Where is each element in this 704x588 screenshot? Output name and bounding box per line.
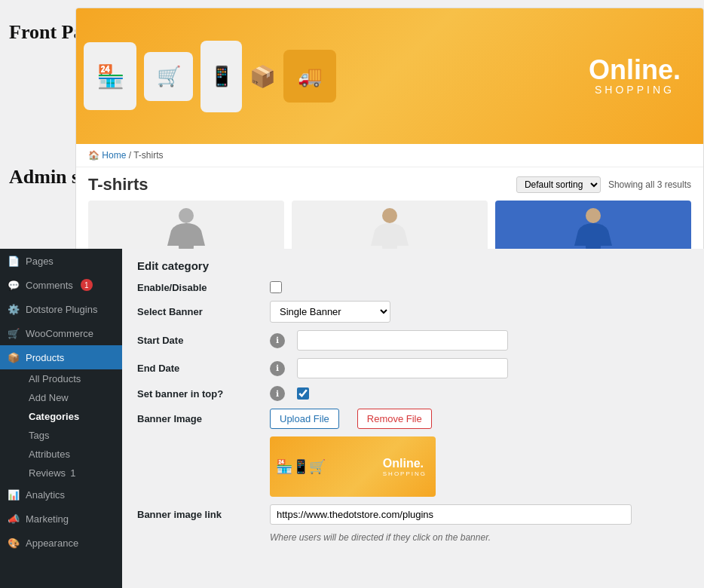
banner-top-label: Set banner in top? — [137, 388, 258, 400]
sidebar-item-woocommerce[interactable]: 🛒 WooCommerce — [0, 321, 122, 345]
delivery-truck-icon: 🚚 — [283, 50, 336, 103]
dotstore-icon: ⚙️ — [8, 303, 20, 315]
sidebar-item-products[interactable]: 📦 Products — [0, 345, 122, 369]
edit-category-title: Edit category — [137, 256, 689, 272]
woocommerce-icon: 🛒 — [8, 327, 20, 339]
banner-image-label: Banner Image — [137, 413, 258, 424]
sidebar-label-pages: Pages — [26, 256, 54, 267]
svg-point-2 — [586, 208, 601, 223]
svg-point-1 — [382, 208, 397, 223]
results-text: Showing all 3 results — [608, 179, 691, 190]
select-banner-label: Select Banner — [137, 306, 258, 317]
banner-shopping-text: SHOPPING — [589, 84, 681, 96]
end-date-row: End Date ℹ — [137, 358, 689, 378]
preview-banner: 🏪 🛒 📱 📦 🚚 Online. SHOPPING — [76, 8, 703, 144]
banner-top-row: Set banner in top? ℹ — [137, 386, 689, 401]
sidebar: 📄 Pages 💬 Comments 1 ⚙️ Dotstore Plugins… — [0, 249, 122, 588]
sidebar-item-pages[interactable]: 📄 Pages — [0, 249, 122, 273]
start-date-help-icon[interactable]: ℹ — [270, 333, 285, 348]
banner-image-row: Banner Image Upload File Remove File — [137, 409, 689, 429]
end-date-label: End Date — [137, 363, 258, 374]
sidebar-label-comments: Comments — [26, 280, 73, 291]
start-date-label: Start Date — [137, 335, 258, 346]
sidebar-sub-categories[interactable]: Categories — [21, 407, 122, 426]
banner-link-input[interactable] — [270, 504, 632, 525]
sort-select[interactable]: Default sorting — [516, 176, 601, 193]
banner-text: Online. SHOPPING — [589, 57, 681, 96]
phone-store-icon: 📱 — [200, 41, 242, 112]
banner-top-checkbox[interactable] — [297, 387, 309, 400]
sidebar-item-dotstore[interactable]: ⚙️ Dotstore Plugins — [0, 297, 122, 321]
banner-thumbnail-icons: 🏪📱🛒 — [276, 458, 326, 475]
sidebar-item-marketing[interactable]: 📣 Marketing — [0, 507, 122, 531]
sidebar-sub-tags[interactable]: Tags — [21, 426, 122, 445]
sidebar-sub-reviews[interactable]: Reviews 1 — [21, 464, 122, 482]
banner-link-hint: Where users will be directed if they cli… — [270, 532, 689, 543]
sidebar-item-appearance[interactable]: 🎨 Appearance — [0, 531, 122, 555]
banner-thumbnail-text: Online. SHOPPING — [383, 457, 427, 477]
analytics-icon: 📊 — [8, 488, 20, 501]
sidebar-label-dotstore: Dotstore Plugins — [26, 304, 97, 315]
products-submenu: All Products Add New Categories Tags Att… — [0, 369, 122, 482]
select-banner-row: Select Banner Single Banner Multiple Ban… — [137, 301, 689, 323]
start-date-input[interactable] — [297, 330, 508, 351]
banner-link-row: Banner image link — [137, 504, 689, 525]
sidebar-sub-add-new[interactable]: Add New — [21, 388, 122, 407]
breadcrumb-current: T-shirts — [133, 150, 163, 161]
start-date-row: Start Date ℹ — [137, 330, 689, 351]
sidebar-label-marketing: Marketing — [26, 513, 69, 525]
sidebar-label-products: Products — [26, 352, 64, 363]
end-date-input[interactable] — [297, 358, 508, 378]
sidebar-sub-attributes[interactable]: Attributes — [21, 445, 122, 464]
comments-badge: 1 — [81, 279, 93, 291]
appearance-icon: 🎨 — [8, 537, 20, 549]
comments-icon: 💬 — [8, 279, 20, 291]
products-icon: 📦 — [8, 351, 20, 363]
products-header: T-shirts Default sorting Showing all 3 r… — [76, 167, 703, 201]
sidebar-label-analytics: Analytics — [26, 489, 65, 501]
breadcrumb: 🏠 Home / T-shirts — [76, 144, 703, 167]
select-banner-dropdown[interactable]: Single Banner Multiple Banners — [270, 301, 390, 323]
enable-disable-label: Enable/Disable — [137, 282, 258, 293]
sidebar-item-comments[interactable]: 💬 Comments 1 — [0, 273, 122, 297]
admin-form: Edit category Enable/Disable Select Bann… — [122, 249, 704, 588]
sidebar-sub-all-products[interactable]: All Products — [21, 369, 122, 388]
banner-online-text: Online. — [589, 57, 681, 84]
banner-preview-thumbnail: 🏪📱🛒 Online. SHOPPING — [270, 436, 436, 497]
sidebar-label-appearance: Appearance — [26, 537, 78, 549]
breadcrumb-home-link[interactable]: Home — [102, 150, 126, 161]
pages-icon: 📄 — [8, 255, 20, 267]
upload-file-button[interactable]: Upload File — [270, 409, 339, 429]
marketing-icon: 📣 — [8, 513, 20, 525]
banner-top-help-icon[interactable]: ℹ — [270, 386, 285, 401]
svg-point-0 — [179, 208, 194, 223]
banner-link-label: Banner image link — [137, 509, 258, 520]
reviews-badge: 1 — [70, 467, 75, 479]
shopping-cart-icon: 🛒 — [144, 52, 193, 101]
sort-controls: Default sorting Showing all 3 results — [516, 176, 691, 193]
enable-disable-row: Enable/Disable — [137, 281, 689, 293]
category-title: T-shirts — [88, 175, 148, 194]
remove-file-button[interactable]: Remove File — [357, 409, 432, 429]
sidebar-label-woocommerce: WooCommerce — [26, 328, 93, 339]
end-date-help-icon[interactable]: ℹ — [270, 361, 285, 376]
enable-disable-checkbox[interactable] — [270, 281, 282, 293]
shop-storefront-icon: 🏪 — [84, 42, 136, 110]
sidebar-item-analytics[interactable]: 📊 Analytics — [0, 482, 122, 507]
